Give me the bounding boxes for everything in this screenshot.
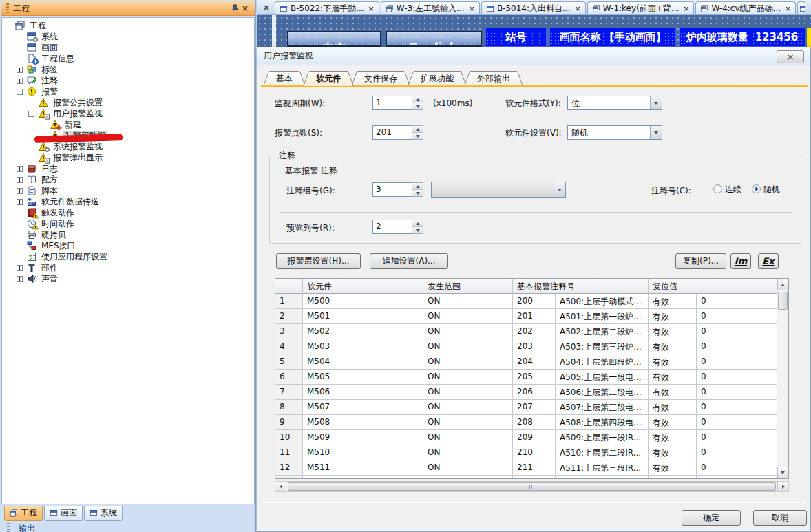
tree-item-label[interactable]: 标签 [3, 64, 254, 75]
device-cell[interactable]: M502 [303, 324, 423, 339]
doc-tab-w3[interactable]: W-3:左工號輸入... × [381, 1, 480, 14]
expander-icon[interactable] [17, 265, 23, 271]
reset-value-cell[interactable]: 0 [697, 460, 778, 476]
comment-cell[interactable]: A503:上层第三段炉... [556, 339, 649, 354]
device-format-select[interactable]: 位 [567, 96, 662, 110]
scrollbar-thumb[interactable] [288, 482, 776, 491]
comment-cell[interactable]: A505:上层第一段电... [556, 370, 649, 385]
tree-item-parts[interactable]: 部件 [3, 262, 254, 273]
scroll-down-icon[interactable] [777, 467, 788, 478]
hmi-button-chinese[interactable]: 中文 [287, 31, 381, 47]
expander-icon[interactable] [17, 276, 23, 282]
close-icon[interactable]: × [368, 4, 375, 13]
expander-icon[interactable] [17, 188, 23, 194]
comment-cell[interactable]: A504:上层第四段炉... [556, 354, 649, 370]
tree-item-mes[interactable]: MES接口 [3, 240, 254, 251]
reset-cell[interactable]: 有效 [649, 309, 697, 324]
chevron-down-icon[interactable] [554, 182, 565, 197]
cancel-button[interactable]: 取消 [753, 510, 807, 526]
comment-cell[interactable]: A500:上层手动模式... [556, 294, 649, 309]
reset-cell[interactable]: 有效 [649, 430, 697, 445]
radio-selected-icon[interactable] [752, 184, 761, 193]
spin-up-icon[interactable] [412, 96, 423, 103]
tree-item-screen[interactable]: 画面 [3, 42, 254, 53]
hmi-field-station[interactable]: 站号 [485, 28, 547, 47]
import-button[interactable]: Im [730, 253, 751, 269]
expander-icon[interactable] [17, 177, 23, 183]
device-cell[interactable]: M500 [303, 294, 423, 309]
cycle-spinner[interactable]: 1 [372, 96, 423, 110]
tree-item-log[interactable]: 日志 [3, 163, 254, 174]
ok-button[interactable]: 确定 [682, 510, 741, 526]
chevron-down-icon[interactable] [650, 96, 662, 109]
tab-external-output[interactable]: 外部输出 [470, 71, 517, 86]
tree-item-comment[interactable]: 注释 [3, 75, 254, 86]
range-cell[interactable]: ON [423, 385, 513, 400]
expander-icon[interactable] [17, 67, 23, 73]
doc-tab-partial[interactable] [797, 1, 805, 14]
range-cell[interactable]: ON [423, 415, 513, 430]
comment-no-cell[interactable]: 201 [513, 309, 556, 324]
spin-up-icon[interactable] [412, 183, 423, 189]
spin-up-icon[interactable] [412, 220, 423, 226]
comment-no-cell[interactable]: 202 [513, 324, 556, 339]
comment-no-cell[interactable]: 205 [513, 370, 556, 385]
close-icon[interactable]: × [785, 4, 791, 13]
doc-tab-b5014[interactable]: B-5014:入出料自... × [481, 1, 586, 14]
scroll-right-icon[interactable] [777, 482, 788, 491]
reset-cell[interactable]: 有效 [649, 324, 697, 339]
device-cell[interactable]: M510 [303, 445, 423, 460]
reset-value-cell[interactable]: 0 [697, 385, 778, 400]
vertical-scrollbar[interactable] [777, 279, 788, 478]
reset-value-cell[interactable]: 0 [697, 294, 778, 309]
chevron-down-icon[interactable] [650, 126, 662, 139]
scroll-left-icon[interactable] [275, 482, 286, 491]
tree-item-hardcopy[interactable]: 硬拷贝 [3, 229, 254, 240]
device-cell[interactable]: M509 [303, 430, 423, 445]
reset-value-cell[interactable]: 0 [697, 445, 778, 460]
reset-value-cell[interactable]: 0 [697, 415, 778, 430]
pin-icon[interactable] [229, 3, 240, 14]
close-icon[interactable]: × [574, 4, 580, 13]
comment-cell[interactable]: A510:上层第二段IR... [556, 445, 649, 460]
tree-item-user-alarm-monitor[interactable]: 用户报警监视 [3, 108, 254, 119]
dialog-close-button[interactable]: × [777, 50, 804, 63]
comment-no-cell[interactable]: 200 [513, 294, 556, 309]
device-cell[interactable]: M507 [303, 400, 423, 415]
comment-no-cell[interactable]: 211 [513, 460, 556, 476]
comment-no-cell[interactable]: 206 [513, 385, 556, 400]
tab-file-save[interactable]: 文件保存 [357, 71, 404, 86]
expander-icon[interactable] [17, 78, 23, 84]
reset-value-cell[interactable]: 0 [697, 430, 778, 445]
comment-cell[interactable]: A502:上层第二段炉... [556, 324, 649, 339]
tab-device[interactable]: 软元件 [309, 71, 348, 86]
preview-col-spinner[interactable]: 2 [372, 220, 423, 234]
scrollbar-thumb[interactable] [778, 292, 788, 310]
horizontal-scrollbar[interactable] [275, 481, 789, 492]
dock-tab-screen[interactable]: 画面 [44, 506, 83, 521]
device-cell[interactable]: M505 [303, 370, 423, 385]
tree-item-trigger-action[interactable]: 触发动作 [3, 207, 254, 218]
radio-random[interactable]: 随机 [752, 183, 780, 195]
comment-cell[interactable]: A508:上层第四段电... [556, 415, 649, 430]
reset-value-cell[interactable]: 0 [697, 370, 778, 385]
tree-item-device-transfer[interactable]: 软元件数据传送 [3, 196, 254, 207]
reset-value-cell[interactable]: 0 [697, 400, 778, 415]
reset-cell[interactable]: 有效 [649, 370, 697, 385]
collapse-icon[interactable] [28, 111, 34, 117]
scroll-up-icon[interactable] [777, 279, 788, 290]
comment-no-cell[interactable]: 210 [513, 445, 556, 460]
tab-close-icon[interactable]: × [261, 1, 272, 14]
tree-item-system-alarm-monitor[interactable]: 系统报警监视 [3, 141, 254, 152]
tab-extended[interactable]: 扩展功能 [414, 71, 461, 86]
reset-value-cell[interactable]: 0 [697, 339, 778, 354]
tree-item-alarm-common[interactable]: 报警公共设置 [3, 97, 254, 108]
comment-no-cell[interactable]: 204 [513, 354, 556, 370]
copy-button[interactable]: 复制(P)... [675, 253, 726, 269]
tree-item-recipe[interactable]: 配方 [3, 174, 254, 185]
hmi-field-screen-name[interactable]: 画面名称 【手动画面】 [549, 28, 676, 47]
collapse-icon[interactable] [17, 89, 23, 95]
tab-basic[interactable]: 基本 [269, 71, 299, 86]
spin-down-icon[interactable] [412, 103, 423, 109]
comment-cell[interactable]: A511:上层第三段IR... [556, 460, 649, 476]
